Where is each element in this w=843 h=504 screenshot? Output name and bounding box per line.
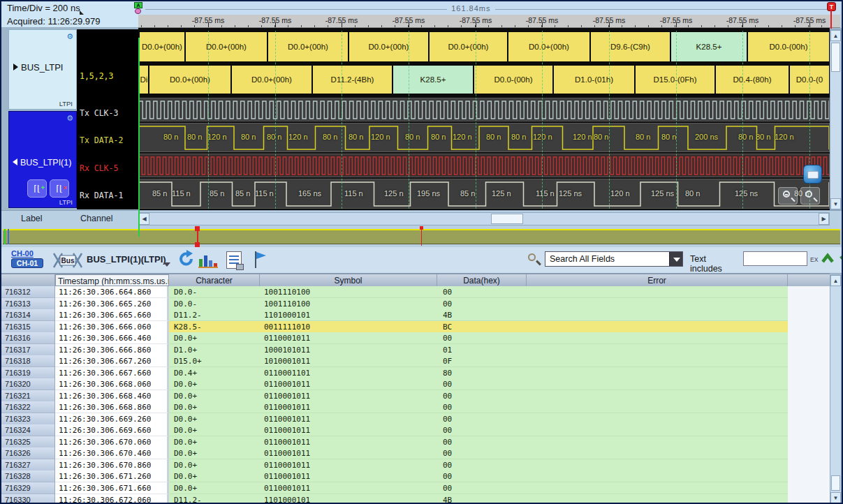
cell-error[interactable] (527, 286, 788, 298)
cell-error[interactable] (527, 436, 788, 448)
cell-error[interactable] (527, 447, 788, 459)
bus-icon[interactable]: Bus (52, 251, 84, 270)
cell-character[interactable]: D0.0- (169, 286, 260, 298)
table-row[interactable]: 71632711:26:30.306.670.860D0.0+011000101… (1, 459, 830, 471)
cell-datahex[interactable]: 00 (437, 482, 527, 494)
cell-datahex[interactable]: 00 (437, 447, 527, 459)
bus-decode-segment[interactable]: D0.0+(00h) (267, 31, 349, 63)
report-button[interactable] (226, 251, 242, 269)
cell-timestamp[interactable]: 11:26:30.306.668.460 (55, 390, 169, 402)
bus-decode-segment[interactable]: D0.4-(80h) (714, 64, 790, 95)
cell-symbol[interactable]: 1010001011 (260, 355, 437, 367)
cell-symbol[interactable]: 0110001011 (260, 401, 437, 413)
cell-timestamp[interactable]: 11:26:30.306.669.260 (55, 413, 169, 425)
bus-decode-segment[interactable]: D0.0+(00h) (230, 64, 313, 95)
cell-datahex[interactable]: 00 (437, 436, 527, 448)
channel-label[interactable]: Rx DATA-1 (80, 191, 123, 200)
cell-character[interactable]: D0.0+ (169, 424, 260, 436)
cell-rownum[interactable]: 716325 (1, 436, 55, 448)
cell-timestamp[interactable]: 11:26:30.306.672.060 (55, 494, 169, 504)
cell-rownum[interactable]: 716328 (1, 470, 55, 482)
cell-datahex[interactable]: 80 (437, 367, 527, 379)
cell-error[interactable] (527, 459, 788, 471)
search-text-input[interactable] (743, 251, 807, 266)
table-row[interactable]: 71632511:26:30.306.670.060D0.0+011000101… (1, 436, 830, 448)
cell-character[interactable]: D11.2- (169, 494, 260, 504)
cell-timestamp[interactable]: 11:26:30.306.668.860 (55, 401, 169, 413)
cell-symbol[interactable]: 0110001011 (260, 436, 437, 448)
cell-symbol[interactable]: 1101000101 (260, 494, 437, 504)
cell-error[interactable] (527, 355, 788, 367)
cell-timestamp[interactable]: 11:26:30.306.666.060 (55, 321, 169, 333)
cell-timestamp[interactable]: 11:26:30.306.665.660 (55, 309, 169, 321)
cell-error[interactable] (527, 309, 788, 321)
cell-character[interactable]: D0.0+ (169, 413, 260, 425)
cell-rownum[interactable]: 716326 (1, 447, 55, 459)
cell-datahex[interactable]: 4B (437, 309, 527, 321)
zoom-out-button[interactable] (778, 187, 798, 205)
cell-character[interactable]: D15.0+ (169, 355, 260, 367)
cell-datahex[interactable]: 00 (437, 332, 527, 344)
bus-decode-segment[interactable]: D0.0+(00h) (348, 31, 430, 63)
gear-icon[interactable]: ⚙ (66, 32, 73, 41)
bus-decode-segment[interactable]: D0.0+(00h) (428, 31, 508, 63)
channel-label[interactable]: Tx CLK-3 (80, 108, 118, 118)
cell-error[interactable] (527, 367, 788, 379)
cell-error[interactable] (527, 332, 788, 344)
cell-character[interactable]: D0.0- (169, 298, 260, 310)
cell-character[interactable]: D0.0+ (169, 470, 260, 482)
save-screenshot-button[interactable] (803, 165, 822, 184)
cell-error[interactable] (527, 298, 788, 310)
cell-error[interactable] (527, 321, 788, 333)
table-row[interactable]: 71631711:26:30.306.666.860D1.0+100010101… (1, 344, 830, 356)
acquisition-overview-bar[interactable] (1, 226, 842, 247)
table-row[interactable]: 71632011:26:30.306.668.060D0.0+011000101… (1, 378, 830, 390)
cell-character[interactable]: D0.4+ (169, 367, 260, 379)
bus-decode-segment[interactable]: K28.5+ (670, 31, 748, 63)
table-row[interactable]: 71632411:26:30.306.669.660D0.0+011000101… (1, 424, 830, 436)
combo-dropdown-icon[interactable] (669, 252, 682, 266)
cell-datahex[interactable]: 00 (437, 413, 527, 425)
table-vertical-scrollbar[interactable]: ▲ ▼ (830, 274, 842, 504)
cell-error[interactable] (527, 390, 788, 402)
cell-error[interactable] (527, 470, 788, 482)
cell-error[interactable] (527, 482, 788, 494)
timeline-strip[interactable]: 161.84ms A T (138, 1, 840, 15)
cell-symbol[interactable]: 1001110100 (260, 286, 437, 298)
cell-rownum[interactable]: 716317 (1, 344, 55, 356)
cell-character[interactable]: D11.2- (169, 309, 260, 321)
cell-error[interactable] (527, 424, 788, 436)
bus-selector[interactable]: BUS_LTPI(1)(LTPI) (87, 254, 166, 265)
waveform-horizontal-scrollbar[interactable]: ◀ ▶ (138, 212, 830, 225)
cell-character[interactable]: D0.0+ (169, 332, 260, 344)
cell-character[interactable]: D0.0+ (169, 482, 260, 494)
cell-symbol[interactable]: 1001110100 (260, 298, 437, 310)
cell-timestamp[interactable]: 11:26:30.306.670.860 (55, 459, 169, 471)
cell-character[interactable]: D0.0+ (169, 401, 260, 413)
bus-decode-segment[interactable]: D0.0+(00h) (148, 64, 232, 95)
time-ruler[interactable]: -87.55 ms-87.55 ms-87.55 ms-87.55 ms-87.… (138, 15, 840, 28)
cell-rownum[interactable]: 716319 (1, 367, 55, 379)
cell-timestamp[interactable]: 11:26:30.306.667.660 (55, 367, 169, 379)
search-next-button[interactable] (838, 251, 843, 267)
cell-rownum[interactable]: 716314 (1, 309, 55, 321)
cell-error[interactable] (527, 413, 788, 425)
cell-timestamp[interactable]: 11:26:30.306.666.860 (55, 344, 169, 356)
zoom-in-button[interactable] (800, 187, 820, 205)
cell-character[interactable]: D0.0+ (169, 459, 260, 471)
cell-datahex[interactable]: 00 (437, 470, 527, 482)
cell-datahex[interactable]: 00 (437, 390, 527, 402)
waveform-vertical-scrollbar[interactable]: ▲ ▼ (830, 29, 842, 210)
cell-rownum[interactable]: 716329 (1, 482, 55, 494)
cell-symbol[interactable]: 0110001011 (260, 332, 437, 344)
column-header-symbol[interactable]: Symbol (260, 274, 437, 286)
cell-datahex[interactable]: 0F (437, 355, 527, 367)
table-row[interactable]: 71631311:26:30.306.665.260D0.0-100111010… (1, 298, 830, 310)
bus-decode-segment[interactable]: D0.0+(00h) (184, 31, 268, 63)
gear-icon[interactable]: ⚙ (66, 114, 73, 123)
cell-timestamp[interactable]: 11:26:30.306.671.260 (55, 470, 169, 482)
collapsed-arrow-icon[interactable] (13, 64, 18, 71)
cell-character[interactable]: K28.5- (169, 321, 260, 333)
cell-rownum[interactable]: 716323 (1, 413, 55, 425)
cell-datahex[interactable]: 01 (437, 344, 527, 356)
